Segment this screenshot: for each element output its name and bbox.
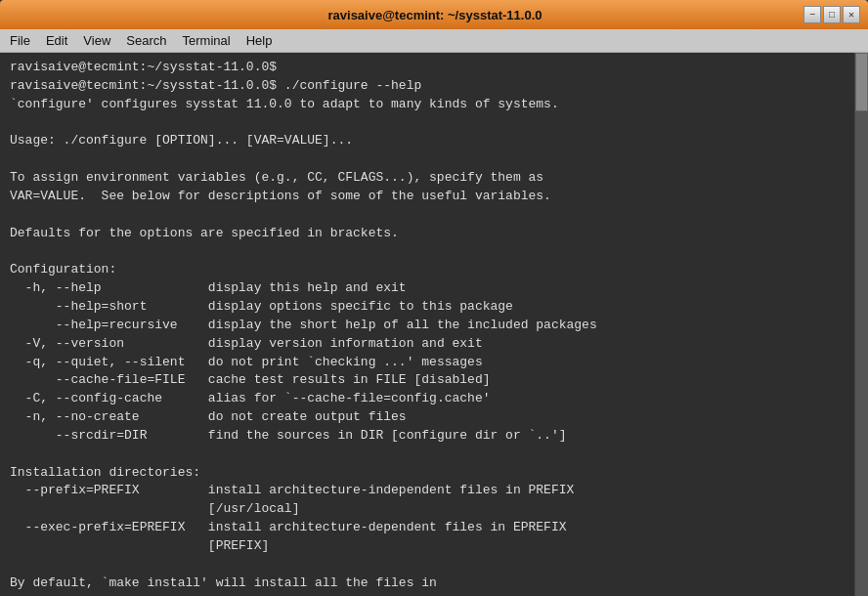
- minimize-button[interactable]: −: [803, 6, 821, 23]
- close-button[interactable]: ✕: [843, 6, 860, 23]
- title-bar: ravisaive@tecmint: ~/sysstat-11.0.0 − □ …: [0, 0, 868, 29]
- window-title: ravisaive@tecmint: ~/sysstat-11.0.0: [66, 8, 803, 22]
- menu-bar: FileEditViewSearchTerminalHelp: [0, 29, 868, 53]
- maximize-button[interactable]: □: [823, 6, 841, 23]
- menu-item-search[interactable]: Search: [120, 31, 172, 50]
- scrollbar[interactable]: [854, 53, 868, 596]
- terminal-output: ravisaive@tecmint:~/sysstat-11.0.0$ ravi…: [10, 59, 858, 592]
- scrollbar-thumb[interactable]: [855, 53, 868, 111]
- menu-item-view[interactable]: View: [77, 31, 116, 50]
- menu-item-edit[interactable]: Edit: [40, 31, 73, 50]
- window-controls[interactable]: − □ ✕: [803, 6, 860, 23]
- menu-item-file[interactable]: File: [4, 31, 36, 50]
- menu-item-terminal[interactable]: Terminal: [177, 31, 237, 50]
- terminal-area[interactable]: ravisaive@tecmint:~/sysstat-11.0.0$ ravi…: [0, 53, 868, 596]
- menu-item-help[interactable]: Help: [240, 31, 279, 50]
